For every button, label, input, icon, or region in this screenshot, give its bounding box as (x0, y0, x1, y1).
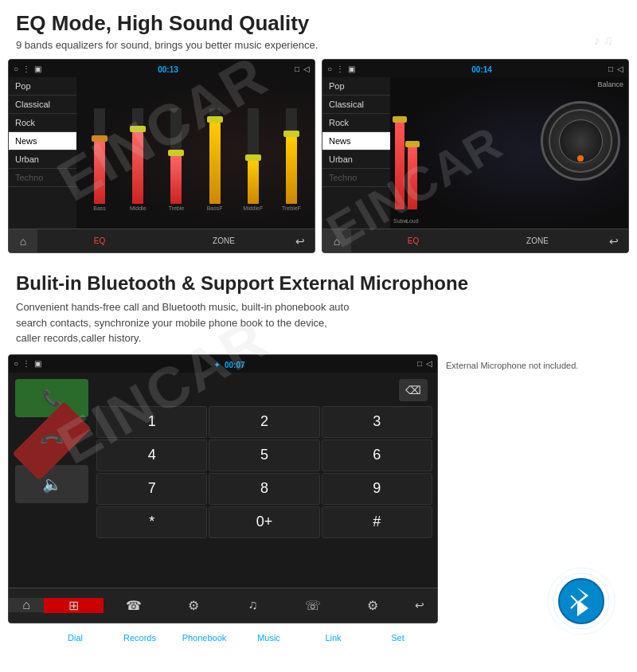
label-dial: Dial (43, 633, 107, 643)
bt-icon-status: ✦ (213, 360, 221, 369)
phone-status-left: ○ ⋮ ▣ (14, 359, 41, 368)
backspace-button[interactable]: ⌫ (399, 379, 428, 401)
eq-bar-bassf[interactable]: BassF (198, 85, 232, 211)
bottom-labels: Dial Records Phonebook Music Link Set (0, 631, 438, 646)
eq-back-button[interactable]: ↩ (286, 229, 315, 253)
eq-visual-left: Bass Middle (76, 77, 315, 229)
mute-button[interactable]: 🔈 (15, 465, 88, 503)
eq-menu-news[interactable]: News (9, 132, 76, 150)
set-icon: ⚙ (367, 598, 378, 613)
link-icon: ☏ (305, 598, 321, 613)
key-7[interactable]: 7 (96, 473, 207, 505)
number-grid: 1 2 3 4 5 6 7 8 9 * 0+ # (95, 404, 434, 540)
eq-menu-techno[interactable]: Techno (9, 169, 76, 187)
status-mid: 00:13 (41, 61, 295, 76)
eq-menu-rock-r[interactable]: Rock (322, 114, 390, 132)
key-5[interactable]: 5 (209, 440, 319, 471)
phone-time: 00:07 (225, 361, 245, 369)
dial-label-text: Dial (68, 633, 83, 643)
bassf-label: BassF (207, 205, 223, 211)
nav-music[interactable]: ♫ (223, 598, 283, 612)
key-1[interactable]: 1 (96, 406, 207, 438)
back-icon-status: ◁ (303, 64, 310, 73)
phone-status-mid: ✦ 00:07 (41, 357, 417, 371)
eq-menu-news-r[interactable]: News (322, 132, 390, 150)
key-star[interactable]: * (96, 506, 207, 538)
music-label-text: Music (257, 633, 280, 643)
eq-back-button-r[interactable]: ↩ (600, 229, 628, 253)
phone-back-button[interactable]: ↩ (402, 599, 437, 611)
eq-tab-left[interactable]: EQ (37, 236, 162, 245)
treble-label: Treble (169, 205, 185, 211)
phone-home-button[interactable]: ⌂ (9, 598, 44, 612)
eq-content-right: Pop Classical Rock News Urban Techno Bal… (322, 77, 628, 229)
status-right-right-icons: □ ◁ (608, 64, 623, 73)
label-music: Music (236, 633, 301, 643)
phone-status-bar: ○ ⋮ ▣ ✦ 00:07 □ ◁ (9, 355, 437, 373)
middlef-label: MiddleF (243, 205, 263, 211)
middle-label: Middle (130, 205, 147, 211)
set-label-text: Set (391, 633, 404, 643)
eq-section-title: EQ Mode, High Sound Quality (0, 0, 637, 37)
eq-menu-pop-r[interactable]: Pop (322, 77, 390, 96)
phone-nav: ⌂ ⊞ ☎ ⚙ ♫ ☏ ⚙ ↩ (9, 588, 437, 623)
home-spacer (8, 633, 43, 643)
records-icon: ☎ (126, 598, 142, 613)
status-right-left-icons: ○ ⋮ ▣ (327, 64, 355, 73)
eq-bar-middle[interactable]: Middle (121, 85, 154, 211)
status-bar-left: ○ ⋮ ▣ 00:13 □ ◁ (9, 60, 315, 77)
dots-icon: ⋮ (22, 64, 30, 73)
eq-bar-middlef[interactable]: MiddleF (236, 85, 270, 211)
key-4[interactable]: 4 (96, 440, 207, 471)
key-2[interactable]: 2 (209, 406, 319, 438)
eq-menu-classical[interactable]: Classical (9, 96, 76, 114)
window-icon-r: □ (608, 64, 613, 73)
call-button[interactable]: 📞 (15, 379, 88, 417)
nav-records[interactable]: ☎ (104, 598, 163, 613)
circle-icon-p: ○ (14, 359, 18, 368)
bass-label: Bass (93, 205, 106, 211)
window-icon: □ (295, 64, 299, 73)
dialpad-grid: ⌫ 1 2 3 4 5 6 7 8 9 * 0+ # (95, 376, 434, 584)
key-8[interactable]: 8 (209, 473, 319, 505)
eq-menu-pop[interactable]: Pop (9, 77, 76, 96)
eq-menu-urban[interactable]: Urban (9, 150, 76, 169)
eq-screen-right: ○ ⋮ ▣ 00:14 □ ◁ Pop Classical Rock News … (322, 59, 629, 253)
phone-screen: ○ ⋮ ▣ ✦ 00:07 □ ◁ 📞 📞 🔈 (8, 354, 438, 623)
balance-label: Balance (597, 80, 623, 88)
nav-link[interactable]: ☏ (283, 598, 342, 613)
records-label-text: Records (123, 633, 156, 643)
nav-set[interactable]: ⚙ (342, 598, 402, 613)
label-records: Records (107, 633, 172, 643)
eq-menu-classical-r[interactable]: Classical (322, 96, 390, 114)
key-hash[interactable]: # (322, 506, 432, 538)
eq-nav-left: ⌂ EQ ZONE ↩ (9, 229, 315, 252)
eq-tab-right[interactable]: EQ (351, 236, 475, 245)
eq-home-button-r[interactable]: ⌂ (322, 229, 351, 253)
key-0[interactable]: 0+ (209, 506, 319, 538)
back-icon-status-r: ◁ (617, 64, 623, 73)
eq-bar-treble[interactable]: Treble (159, 85, 193, 211)
key-9[interactable]: 9 (322, 473, 432, 505)
eq-left-time: 00:13 (158, 65, 178, 74)
circle-icon: ○ (14, 64, 18, 73)
dialpad-display: ⌫ (95, 376, 434, 404)
key-6[interactable]: 6 (322, 440, 432, 471)
eq-bar-treblef[interactable]: TrebleF (275, 85, 308, 211)
phonebook-label-text: Phonebook (182, 633, 227, 643)
key-3[interactable]: 3 (322, 406, 432, 438)
nav-dial[interactable]: ⊞ (44, 598, 104, 613)
zone-tab-right[interactable]: ZONE (475, 236, 600, 245)
nav-phonebook[interactable]: ⚙ (163, 598, 223, 613)
eq-visual-right: Balance Subw Loud (390, 77, 628, 229)
zone-tab-left[interactable]: ZONE (162, 236, 286, 245)
eq-bar-bass[interactable]: Bass (83, 85, 116, 211)
eq-home-button[interactable]: ⌂ (9, 229, 37, 253)
eq-section-subtitle: 9 bands equalizers for sound, brings you… (0, 37, 637, 59)
dots-icon-p: ⋮ (22, 359, 30, 368)
eq-menu-techno-r[interactable]: Techno (322, 169, 390, 187)
eq-content-left: Pop Classical Rock News Urban Techno (9, 77, 315, 229)
eq-balance-knob[interactable] (541, 101, 620, 181)
eq-menu-urban-r[interactable]: Urban (322, 150, 390, 169)
eq-menu-rock[interactable]: Rock (9, 114, 76, 132)
